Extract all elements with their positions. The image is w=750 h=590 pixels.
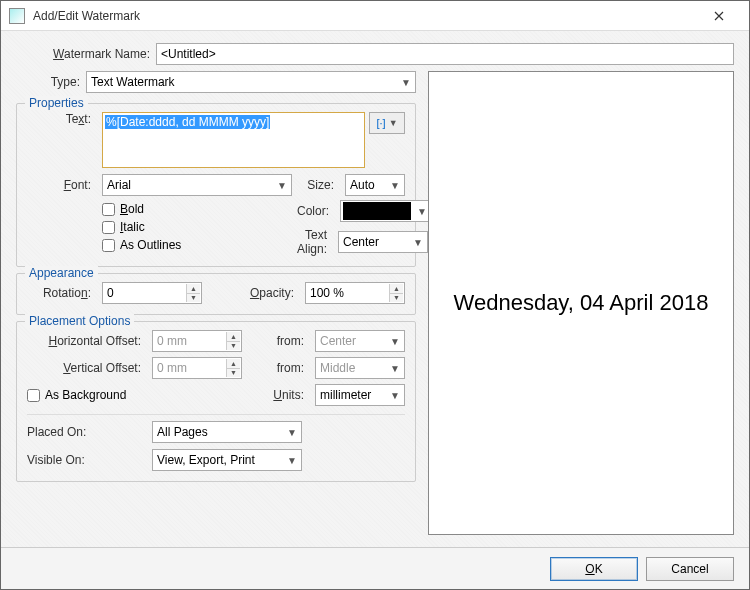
italic-checkbox[interactable]: Italic [102,220,292,234]
app-icon [9,8,25,24]
rotation-label: Rotation: [27,286,97,300]
text-label: Text: [27,112,97,126]
dialog-window: Add/Edit Watermark Watermark Name: Type:… [0,0,750,590]
button-bar: OK Cancel [1,547,749,589]
units-select[interactable]: millimeter ▼ [315,384,405,406]
chevron-down-icon: ▼ [386,180,400,191]
chevron-down-icon: ▼ [413,206,427,217]
watermark-name-row: Watermark Name: [16,43,734,65]
preview-pane: Wednesday, 04 April 2018 [428,71,734,535]
units-label: Units: [270,388,310,402]
watermark-name-input[interactable] [156,43,734,65]
font-value: Arial [107,178,131,192]
titlebar: Add/Edit Watermark [1,1,749,31]
appearance-group: Appearance Rotation: 0 ▲▼ Opacity: 100 %… [16,273,416,315]
left-column: Type: Text Watermark ▼ Properties Text: … [16,71,416,535]
from-h-select[interactable]: Center ▼ [315,330,405,352]
from-v-value: Middle [320,361,355,375]
as-background-checkbox[interactable]: As Background [27,388,126,402]
size-value: Auto [350,178,375,192]
spin-up-icon[interactable]: ▲ [186,284,200,294]
type-label: Type: [16,75,86,89]
visible-on-value: View, Export, Print [157,453,255,467]
placed-on-select[interactable]: All Pages ▼ [152,421,302,443]
visible-on-select[interactable]: View, Export, Print ▼ [152,449,302,471]
color-select[interactable]: ▼ [340,200,430,222]
chevron-down-icon: ▼ [389,118,398,128]
spin-down-icon[interactable]: ▼ [186,294,200,303]
text-align-select[interactable]: Center ▼ [338,231,428,253]
from-label: from: [270,334,310,348]
chevron-down-icon: ▼ [273,180,287,191]
text-align-value: Center [343,235,379,249]
appearance-title: Appearance [25,266,98,280]
bold-label: Bold [120,202,144,216]
bold-checkbox[interactable]: Bold [102,202,292,216]
size-select[interactable]: Auto ▼ [345,174,405,196]
opacity-value: 100 % [310,286,344,300]
outlines-label: As Outlines [120,238,181,252]
visible-on-label: Visible On: [27,453,147,467]
placed-on-label: Placed On: [27,425,147,439]
voffset-label: Vertical Offset: [27,361,147,375]
preview-text: Wednesday, 04 April 2018 [454,290,709,316]
cancel-button[interactable]: Cancel [646,557,734,581]
content-area: Watermark Name: Type: Text Watermark ▼ P… [1,31,749,547]
hoffset-label: Horizontal Offset: [27,334,147,348]
chevron-down-icon: ▼ [283,427,297,438]
font-label: Font: [27,178,97,192]
color-label: Color: [297,204,335,218]
spin-down-icon[interactable]: ▼ [389,294,403,303]
from-label-v: from: [270,361,310,375]
chevron-down-icon: ▼ [386,336,400,347]
units-value: millimeter [320,388,371,402]
chevron-down-icon: ▼ [409,237,423,248]
color-swatch [343,202,411,220]
text-align-label: Text Align: [297,228,333,256]
type-value: Text Watermark [91,75,175,89]
hoffset-spinner[interactable]: 0 mm ▲▼ [152,330,242,352]
opacity-label: Opacity: [230,286,300,300]
text-value: %[Date:dddd, dd MMMM yyyy] [105,115,270,129]
chevron-down-icon: ▼ [386,363,400,374]
chevron-down-icon: ▼ [397,77,411,88]
rotation-spinner[interactable]: 0 ▲▼ [102,282,202,304]
as-background-label: As Background [45,388,126,402]
hoffset-value: 0 mm [157,334,187,348]
ok-button[interactable]: OK [550,557,638,581]
properties-group: Properties Text: %[Date:dddd, dd MMMM yy… [16,103,416,267]
macro-button[interactable]: [·] ▼ [369,112,405,134]
window-title: Add/Edit Watermark [33,9,696,23]
chevron-down-icon: ▼ [386,390,400,401]
placed-on-value: All Pages [157,425,208,439]
outlines-checkbox[interactable]: As Outlines [102,238,292,252]
italic-label: Italic [120,220,145,234]
from-h-value: Center [320,334,356,348]
from-v-select[interactable]: Middle ▼ [315,357,405,379]
close-button[interactable] [696,2,741,30]
size-label: Size: [297,178,340,192]
placement-title: Placement Options [25,314,134,328]
font-select[interactable]: Arial ▼ [102,174,292,196]
rotation-value: 0 [107,286,114,300]
spin-up-icon[interactable]: ▲ [389,284,403,294]
chevron-down-icon: ▼ [283,455,297,466]
voffset-value: 0 mm [157,361,187,375]
watermark-name-label: Watermark Name: [16,47,156,61]
properties-title: Properties [25,96,88,110]
macro-icon: [·] [376,117,385,129]
placement-group: Placement Options Horizontal Offset: 0 m… [16,321,416,482]
close-icon [714,11,724,21]
type-select[interactable]: Text Watermark ▼ [86,71,416,93]
voffset-spinner[interactable]: 0 mm ▲▼ [152,357,242,379]
text-input[interactable]: %[Date:dddd, dd MMMM yyyy] [102,112,365,168]
opacity-spinner[interactable]: 100 % ▲▼ [305,282,405,304]
